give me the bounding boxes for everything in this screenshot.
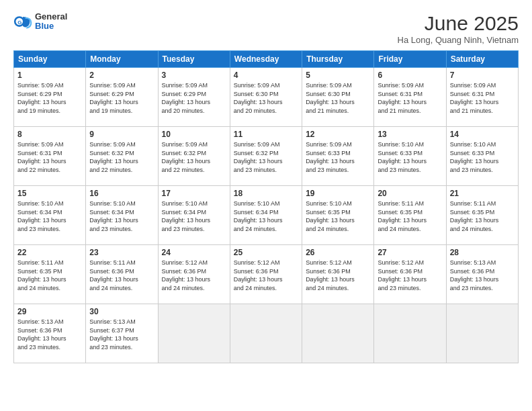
logo: G General Blue: [13, 12, 67, 32]
day-detail: Sunrise: 5:13 AM Sunset: 6:36 PM Dayligh…: [17, 318, 82, 351]
col-header-tuesday: Tuesday: [158, 51, 230, 68]
col-header-wednesday: Wednesday: [230, 51, 302, 68]
day-detail: Sunrise: 5:10 AM Sunset: 6:33 PM Dayligh…: [378, 140, 442, 174]
day-number: 15: [17, 189, 82, 198]
day-cell: 28Sunrise: 5:13 AM Sunset: 6:36 PM Dayli…: [446, 245, 518, 304]
day-cell: 20Sunrise: 5:11 AM Sunset: 6:35 PM Dayli…: [374, 186, 446, 245]
day-number: 6: [378, 71, 442, 80]
day-detail: Sunrise: 5:12 AM Sunset: 6:36 PM Dayligh…: [306, 259, 370, 292]
day-cell: 8Sunrise: 5:09 AM Sunset: 6:31 PM Daylig…: [14, 127, 86, 186]
day-detail: Sunrise: 5:10 AM Sunset: 6:34 PM Dayligh…: [89, 199, 154, 233]
day-cell: 3Sunrise: 5:09 AM Sunset: 6:29 PM Daylig…: [158, 68, 230, 127]
day-cell: 4Sunrise: 5:09 AM Sunset: 6:30 PM Daylig…: [230, 68, 302, 127]
day-number: 27: [378, 248, 442, 257]
day-cell: 9Sunrise: 5:09 AM Sunset: 6:32 PM Daylig…: [86, 127, 158, 186]
day-detail: Sunrise: 5:10 AM Sunset: 6:34 PM Dayligh…: [162, 199, 226, 233]
day-cell: [230, 304, 302, 363]
day-detail: Sunrise: 5:13 AM Sunset: 6:37 PM Dayligh…: [89, 318, 154, 351]
day-cell: 14Sunrise: 5:10 AM Sunset: 6:33 PM Dayli…: [446, 127, 518, 186]
day-cell: 1Sunrise: 5:09 AM Sunset: 6:29 PM Daylig…: [14, 68, 86, 127]
logo-icon: G: [13, 12, 32, 31]
day-number: 8: [17, 130, 82, 139]
day-cell: 6Sunrise: 5:09 AM Sunset: 6:31 PM Daylig…: [374, 68, 446, 127]
day-cell: 24Sunrise: 5:12 AM Sunset: 6:36 PM Dayli…: [158, 245, 230, 304]
logo-text: General Blue: [35, 12, 67, 32]
day-number: 22: [17, 248, 82, 257]
day-cell: 11Sunrise: 5:09 AM Sunset: 6:32 PM Dayli…: [230, 127, 302, 186]
day-detail: Sunrise: 5:11 AM Sunset: 6:36 PM Dayligh…: [89, 259, 154, 292]
title-block: June 2025 Ha Long, Quang Ninh, Vietnam: [398, 12, 519, 45]
col-header-monday: Monday: [86, 51, 158, 68]
day-detail: Sunrise: 5:12 AM Sunset: 6:36 PM Dayligh…: [378, 259, 442, 292]
day-detail: Sunrise: 5:12 AM Sunset: 6:36 PM Dayligh…: [234, 259, 298, 292]
day-cell: 16Sunrise: 5:10 AM Sunset: 6:34 PM Dayli…: [86, 186, 158, 245]
day-cell: 22Sunrise: 5:11 AM Sunset: 6:35 PM Dayli…: [14, 245, 86, 304]
day-cell: [446, 304, 518, 363]
week-row-1: 1Sunrise: 5:09 AM Sunset: 6:29 PM Daylig…: [14, 68, 519, 127]
day-detail: Sunrise: 5:09 AM Sunset: 6:31 PM Dayligh…: [450, 81, 515, 115]
day-cell: 23Sunrise: 5:11 AM Sunset: 6:36 PM Dayli…: [86, 245, 158, 304]
day-number: 29: [17, 307, 82, 316]
day-cell: 12Sunrise: 5:09 AM Sunset: 6:33 PM Dayli…: [302, 127, 374, 186]
day-detail: Sunrise: 5:11 AM Sunset: 6:35 PM Dayligh…: [378, 199, 442, 233]
day-number: 26: [306, 248, 370, 257]
week-row-2: 8Sunrise: 5:09 AM Sunset: 6:31 PM Daylig…: [14, 127, 519, 186]
week-row-4: 22Sunrise: 5:11 AM Sunset: 6:35 PM Dayli…: [14, 245, 519, 304]
day-number: 14: [450, 130, 515, 139]
day-detail: Sunrise: 5:09 AM Sunset: 6:29 PM Dayligh…: [89, 81, 154, 115]
day-number: 4: [234, 71, 298, 80]
day-detail: Sunrise: 5:09 AM Sunset: 6:33 PM Dayligh…: [306, 140, 370, 174]
col-header-thursday: Thursday: [302, 51, 374, 68]
day-detail: Sunrise: 5:10 AM Sunset: 6:35 PM Dayligh…: [306, 199, 370, 233]
day-number: 11: [234, 130, 298, 139]
day-number: 5: [306, 71, 370, 80]
location: Ha Long, Quang Ninh, Vietnam: [398, 35, 519, 45]
day-number: 25: [234, 248, 298, 257]
week-row-5: 29Sunrise: 5:13 AM Sunset: 6:36 PM Dayli…: [14, 304, 519, 363]
day-number: 17: [162, 189, 226, 198]
day-number: 13: [378, 130, 442, 139]
day-detail: Sunrise: 5:09 AM Sunset: 6:30 PM Dayligh…: [234, 81, 298, 115]
month-title: June 2025: [398, 12, 519, 35]
day-number: 16: [89, 189, 154, 198]
day-detail: Sunrise: 5:09 AM Sunset: 6:31 PM Dayligh…: [17, 140, 82, 174]
day-cell: [302, 304, 374, 363]
day-cell: 29Sunrise: 5:13 AM Sunset: 6:36 PM Dayli…: [14, 304, 86, 363]
day-number: 28: [450, 248, 515, 257]
day-detail: Sunrise: 5:09 AM Sunset: 6:29 PM Dayligh…: [162, 81, 226, 115]
day-detail: Sunrise: 5:09 AM Sunset: 6:30 PM Dayligh…: [306, 81, 370, 115]
header-row: SundayMondayTuesdayWednesdayThursdayFrid…: [14, 51, 519, 68]
day-number: 1: [17, 71, 82, 80]
day-cell: 18Sunrise: 5:10 AM Sunset: 6:34 PM Dayli…: [230, 186, 302, 245]
logo-blue-text: Blue: [35, 21, 67, 31]
day-detail: Sunrise: 5:11 AM Sunset: 6:35 PM Dayligh…: [450, 199, 515, 233]
day-number: 18: [234, 189, 298, 198]
day-number: 10: [162, 130, 226, 139]
calendar-page: G General Blue June 2025 Ha Long, Quang …: [0, 0, 532, 411]
day-detail: Sunrise: 5:13 AM Sunset: 6:36 PM Dayligh…: [450, 259, 515, 292]
day-detail: Sunrise: 5:10 AM Sunset: 6:33 PM Dayligh…: [450, 140, 515, 174]
day-cell: 19Sunrise: 5:10 AM Sunset: 6:35 PM Dayli…: [302, 186, 374, 245]
day-cell: [158, 304, 230, 363]
calendar-table: SundayMondayTuesdayWednesdayThursdayFrid…: [13, 50, 519, 363]
day-detail: Sunrise: 5:11 AM Sunset: 6:35 PM Dayligh…: [17, 259, 82, 292]
day-detail: Sunrise: 5:12 AM Sunset: 6:36 PM Dayligh…: [162, 259, 226, 292]
day-detail: Sunrise: 5:09 AM Sunset: 6:32 PM Dayligh…: [234, 140, 298, 174]
day-cell: 2Sunrise: 5:09 AM Sunset: 6:29 PM Daylig…: [86, 68, 158, 127]
day-cell: 13Sunrise: 5:10 AM Sunset: 6:33 PM Dayli…: [374, 127, 446, 186]
col-header-saturday: Saturday: [446, 51, 518, 68]
day-cell: 5Sunrise: 5:09 AM Sunset: 6:30 PM Daylig…: [302, 68, 374, 127]
day-cell: 15Sunrise: 5:10 AM Sunset: 6:34 PM Dayli…: [14, 186, 86, 245]
week-row-3: 15Sunrise: 5:10 AM Sunset: 6:34 PM Dayli…: [14, 186, 519, 245]
day-number: 12: [306, 130, 370, 139]
day-number: 2: [89, 71, 154, 80]
day-number: 24: [162, 248, 226, 257]
day-number: 23: [89, 248, 154, 257]
day-cell: 10Sunrise: 5:09 AM Sunset: 6:32 PM Dayli…: [158, 127, 230, 186]
day-number: 7: [450, 71, 515, 80]
svg-text:G: G: [17, 19, 21, 26]
day-detail: Sunrise: 5:09 AM Sunset: 6:32 PM Dayligh…: [89, 140, 154, 174]
day-detail: Sunrise: 5:09 AM Sunset: 6:29 PM Dayligh…: [17, 81, 82, 115]
day-number: 30: [89, 307, 154, 316]
col-header-sunday: Sunday: [14, 51, 86, 68]
